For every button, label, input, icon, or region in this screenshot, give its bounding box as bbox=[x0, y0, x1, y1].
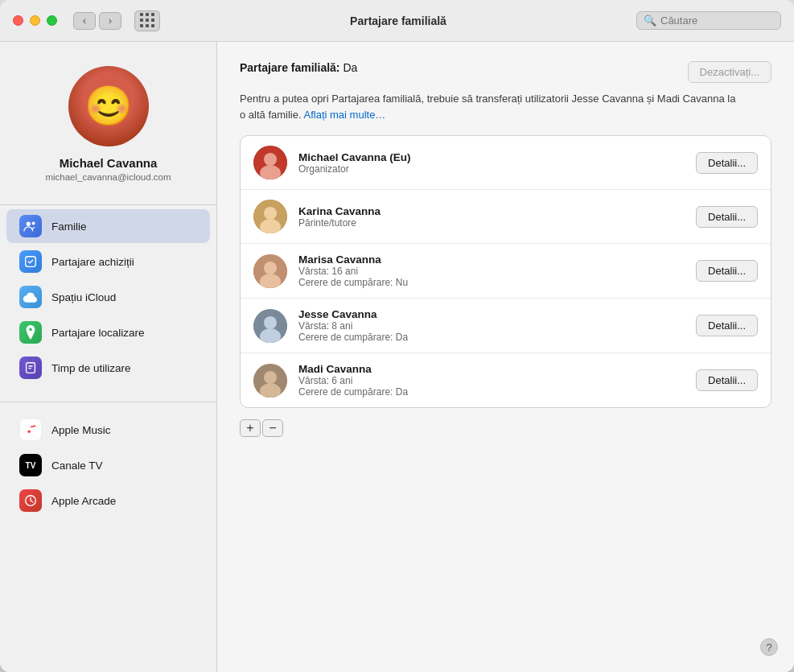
table-row: Marisa Cavanna Vârsta: 16 aniCerere de c… bbox=[241, 244, 771, 299]
music-icon bbox=[19, 418, 42, 441]
profile-section: 😊 Michael Cavanna michael_cavanna@icloud… bbox=[0, 58, 216, 201]
table-row: Karina Cavanna Părinte/tutore Detalii... bbox=[241, 190, 771, 244]
avatar bbox=[253, 309, 287, 343]
minimize-button[interactable] bbox=[30, 15, 40, 26]
table-row: Madi Cavanna Vârsta: 6 aniCerere de cump… bbox=[241, 353, 771, 407]
main-content: Partajare familială: Da Dezactivați... P… bbox=[217, 42, 794, 672]
member-name: Michael Cavanna (Eu) bbox=[298, 151, 685, 163]
sidebar-label-localizare: Partajare localizare bbox=[51, 327, 145, 339]
partajare-description: Pentru a putea opri Partajarea familială… bbox=[240, 91, 738, 122]
svg-point-17 bbox=[264, 316, 277, 329]
sidebar-label-arcade: Apple Arcade bbox=[51, 495, 116, 507]
titlebar: ‹ › Partajare familială 🔍 bbox=[0, 0, 794, 42]
sidebar-item-arcade[interactable]: Apple Arcade bbox=[6, 484, 210, 517]
sidebar-item-icloud[interactable]: Spațiu iCloud bbox=[6, 280, 210, 314]
forward-button[interactable]: › bbox=[99, 12, 121, 30]
sidebar-item-tv[interactable]: TV Canale TV bbox=[6, 448, 210, 482]
sidebar-label-familie: Familie bbox=[51, 221, 87, 233]
search-box[interactable]: 🔍 bbox=[636, 11, 781, 30]
table-row: Jesse Cavanna Vârsta: 8 aniCerere de cum… bbox=[241, 299, 771, 353]
svg-point-0 bbox=[27, 222, 31, 226]
search-input[interactable] bbox=[660, 14, 774, 27]
member-name: Madi Cavanna bbox=[298, 363, 685, 375]
sidebar: 😊 Michael Cavanna michael_cavanna@icloud… bbox=[0, 42, 217, 672]
member-info: Michael Cavanna (Eu) Organizator bbox=[298, 151, 685, 175]
sidebar-divider-2 bbox=[0, 402, 216, 402]
user-avatar: 😊 bbox=[68, 66, 149, 146]
partajare-title-row: Partajare familială: Da bbox=[240, 61, 357, 74]
sidebar-item-timp[interactable]: Timp de utilizare bbox=[6, 351, 210, 385]
heading-label: Partajare familială: bbox=[240, 61, 340, 74]
member-name: Marisa Cavanna bbox=[298, 254, 685, 266]
dezactivati-button[interactable]: Dezactivați... bbox=[688, 61, 771, 83]
close-button[interactable] bbox=[13, 15, 23, 26]
profile-email: michael_cavanna@icloud.com bbox=[45, 172, 171, 182]
sidebar-label-timp: Timp de utilizare bbox=[51, 362, 131, 374]
table-row: Michael Cavanna (Eu) Organizator Detalii… bbox=[241, 136, 771, 190]
tv-icon: TV bbox=[19, 454, 42, 476]
sidebar-label-icloud: Spațiu iCloud bbox=[51, 291, 116, 303]
nav-buttons: ‹ › bbox=[73, 12, 121, 30]
member-role: Vârsta: 6 aniCerere de cumpărare: Da bbox=[298, 375, 685, 398]
svg-point-8 bbox=[264, 153, 277, 166]
svg-point-20 bbox=[264, 371, 277, 384]
grid-icon bbox=[140, 13, 155, 28]
detalii-button[interactable]: Detalii... bbox=[696, 369, 758, 391]
sidebar-label-music: Apple Music bbox=[51, 424, 111, 436]
member-role: Vârsta: 16 aniCerere de cumpărare: Nu bbox=[298, 266, 685, 288]
member-name: Karina Cavanna bbox=[298, 205, 685, 217]
localizare-icon bbox=[19, 321, 42, 344]
avatar bbox=[253, 364, 287, 398]
icloud-icon bbox=[19, 286, 42, 308]
achizitii-icon bbox=[19, 250, 42, 273]
timp-icon bbox=[19, 357, 42, 379]
sidebar-label-tv: Canale TV bbox=[51, 460, 103, 472]
detalii-button[interactable]: Detalii... bbox=[696, 206, 758, 228]
svg-point-1 bbox=[32, 221, 35, 225]
avatar-image: 😊 bbox=[68, 66, 149, 146]
detalii-button[interactable]: Detalii... bbox=[696, 260, 758, 282]
familie-icon bbox=[19, 215, 42, 237]
sidebar-item-achizitii[interactable]: Partajare achiziții bbox=[6, 245, 210, 278]
heading-value: Da bbox=[343, 61, 357, 74]
svg-point-14 bbox=[264, 262, 277, 274]
main-window: ‹ › Partajare familială 🔍 😊 Michael Cava… bbox=[0, 0, 794, 672]
sidebar-item-localizare[interactable]: Partajare localizare bbox=[6, 315, 210, 349]
search-icon: 🔍 bbox=[644, 14, 656, 27]
grid-view-button[interactable] bbox=[134, 10, 160, 31]
sidebar-item-music[interactable]: Apple Music bbox=[6, 413, 210, 447]
svg-rect-4 bbox=[28, 365, 32, 366]
members-list: Michael Cavanna (Eu) Organizator Detalii… bbox=[240, 135, 771, 408]
help-button[interactable]: ? bbox=[760, 638, 778, 656]
member-info: Marisa Cavanna Vârsta: 16 aniCerere de c… bbox=[298, 254, 685, 288]
arcade-icon bbox=[19, 489, 42, 512]
sidebar-label-achizitii: Partajare achiziții bbox=[51, 256, 134, 268]
member-info: Jesse Cavanna Vârsta: 8 aniCerere de cum… bbox=[298, 308, 685, 343]
main-wrapper: Partajare familială: Da Dezactivați... P… bbox=[217, 42, 794, 672]
avatar bbox=[253, 200, 287, 233]
profile-name: Michael Cavanna bbox=[60, 156, 158, 170]
member-info: Karina Cavanna Părinte/tutore bbox=[298, 205, 685, 229]
aflati-mai-multe-link[interactable]: Aflați mai multe… bbox=[304, 109, 386, 121]
member-role: Vârsta: 8 aniCerere de cumpărare: Da bbox=[298, 320, 685, 343]
sidebar-item-familie[interactable]: Familie bbox=[6, 209, 210, 243]
sidebar-divider-1 bbox=[0, 204, 216, 205]
avatar bbox=[253, 254, 287, 288]
maximize-button[interactable] bbox=[47, 15, 57, 26]
window-title: Partajare familială bbox=[170, 14, 627, 27]
add-member-button[interactable]: + bbox=[240, 419, 261, 437]
member-name: Jesse Cavanna bbox=[298, 308, 685, 320]
partajare-header: Partajare familială: Da Dezactivați... bbox=[240, 61, 771, 83]
back-button[interactable]: ‹ bbox=[73, 12, 96, 30]
content-area: 😊 Michael Cavanna michael_cavanna@icloud… bbox=[0, 42, 794, 672]
member-role: Părinte/tutore bbox=[298, 217, 685, 229]
member-role: Organizator bbox=[298, 163, 685, 175]
traffic-lights bbox=[13, 15, 57, 26]
svg-rect-5 bbox=[28, 368, 31, 369]
remove-member-button[interactable]: − bbox=[262, 419, 283, 437]
avatar bbox=[253, 146, 287, 179]
svg-point-11 bbox=[264, 207, 277, 220]
add-remove-bar: + − bbox=[240, 419, 771, 437]
detalii-button[interactable]: Detalii... bbox=[696, 152, 758, 174]
detalii-button[interactable]: Detalii... bbox=[696, 315, 758, 336]
